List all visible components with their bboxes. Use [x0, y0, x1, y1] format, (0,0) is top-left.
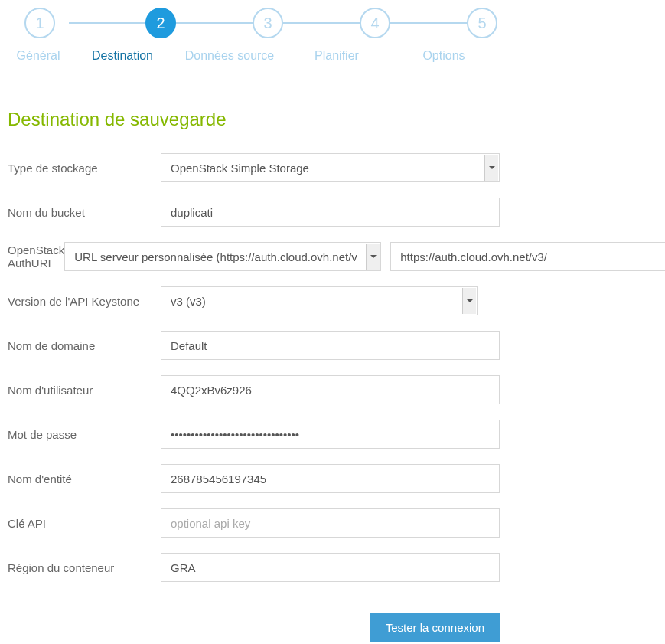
bucket-input[interactable] [161, 198, 500, 227]
region-input[interactable] [161, 553, 500, 582]
step-number: 1 [24, 8, 55, 38]
authuri-label: OpenStack AuthURI [8, 244, 64, 270]
authuri-custom-input[interactable] [390, 242, 665, 271]
step-general[interactable]: 1 Général [8, 8, 69, 63]
wizard-stepper: 1 Général 2 Destination 3 Données source… [8, 8, 657, 63]
step-label: Options [390, 49, 497, 63]
step-number: 4 [360, 8, 390, 38]
section-title: Destination de sauvegarde [8, 109, 657, 130]
step-source-data[interactable]: 3 Données source [176, 8, 283, 63]
password-label: Mot de passe [8, 428, 161, 441]
step-label: Planifier [283, 49, 390, 63]
step-number: 5 [467, 8, 497, 38]
entity-input[interactable] [161, 464, 500, 493]
keystone-select[interactable]: v3 (v3) [161, 286, 478, 315]
entity-label: Nom d'entité [8, 472, 161, 485]
step-number: 2 [145, 8, 176, 38]
step-label: Général [8, 49, 69, 63]
step-number: 3 [253, 8, 283, 38]
test-connection-button[interactable]: Tester la connexion [370, 613, 500, 642]
step-label: Destination [69, 49, 176, 63]
step-schedule[interactable]: 4 Planifier [283, 8, 390, 63]
step-destination[interactable]: 2 Destination [69, 8, 176, 63]
apikey-label: Clé API [8, 517, 161, 530]
user-label: Nom d'utilisateur [8, 384, 161, 397]
domain-input[interactable] [161, 331, 500, 360]
username-input[interactable] [161, 375, 500, 404]
storage-type-label: Type de stockage [8, 162, 161, 175]
storage-type-select[interactable]: OpenStack Simple Storage [161, 153, 500, 182]
region-label: Région du conteneur [8, 561, 161, 574]
password-input[interactable] [161, 420, 500, 449]
bucket-label: Nom du bucket [8, 206, 161, 219]
domain-label: Nom de domaine [8, 339, 161, 352]
step-label: Données source [176, 49, 283, 63]
apikey-input[interactable] [161, 508, 500, 538]
step-options[interactable]: 5 Options [390, 8, 497, 63]
authuri-select[interactable]: URL serveur personnalisée (https://auth.… [64, 242, 381, 271]
keystone-label: Version de l'API Keystone [8, 295, 161, 308]
